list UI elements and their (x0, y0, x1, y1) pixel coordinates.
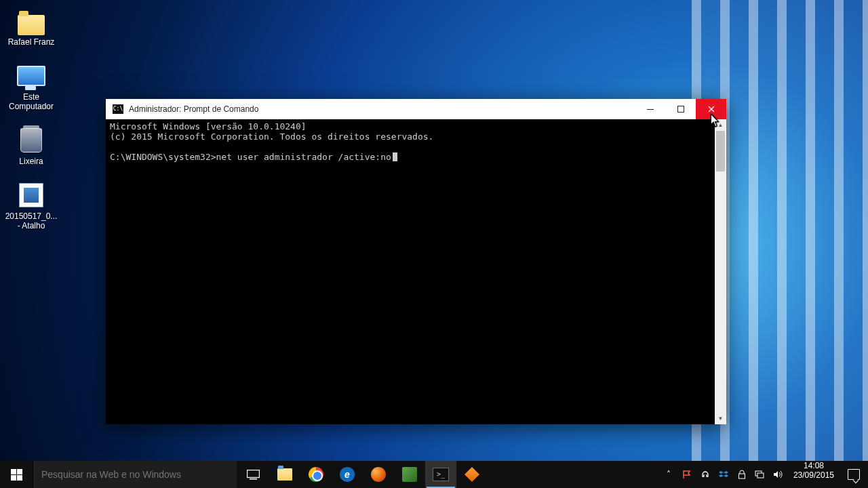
terminal-cursor (393, 152, 397, 161)
maximize-button[interactable] (665, 99, 696, 119)
taskbar: e >_ ˄ 14:08 23/09/2015 (0, 461, 868, 488)
tray-network-icon[interactable] (755, 469, 766, 480)
tray-action-center-flag-icon[interactable] (682, 469, 692, 480)
task-view-button[interactable] (237, 461, 269, 488)
folder-icon (17, 7, 45, 35)
taskbar-app-explorer[interactable] (269, 461, 300, 488)
svg-rect-10 (757, 473, 764, 478)
cmd-icon: >_ (433, 468, 449, 481)
controller-icon (465, 467, 479, 482)
windows-logo-icon (11, 469, 22, 481)
svg-rect-7 (250, 479, 257, 480)
tray-dropbox-icon[interactable] (718, 469, 729, 480)
start-button[interactable] (0, 461, 33, 488)
svg-rect-0 (647, 109, 654, 110)
scroll-up-button[interactable]: ▲ (715, 119, 726, 131)
taskbar-app-cmd[interactable]: >_ (425, 461, 456, 488)
desktop-icon-this-pc[interactable]: Este Computador (4, 62, 58, 111)
image-file-icon (17, 181, 45, 209)
task-view-icon (247, 470, 260, 480)
svg-rect-1 (677, 106, 684, 113)
clock-time: 14:08 (793, 461, 834, 470)
terminal-output[interactable]: Microsoft Windows [versão 10.0.10240] (c… (106, 119, 715, 424)
taskbar-app-edge[interactable]: e (332, 461, 363, 488)
desktop-icon-image-shortcut[interactable]: 20150517_0... - Atalho (4, 181, 58, 230)
cmd-icon: C:\ (113, 104, 123, 114)
vertical-scrollbar[interactable]: ▲ ▼ (715, 119, 726, 424)
svg-rect-8 (738, 474, 745, 479)
svg-rect-2 (11, 469, 16, 474)
svg-rect-3 (17, 469, 22, 474)
svg-rect-5 (17, 475, 22, 481)
notification-icon (848, 469, 860, 480)
minimize-button[interactable] (635, 99, 665, 119)
scrollbar-thumb[interactable] (716, 131, 725, 171)
search-input[interactable] (33, 468, 237, 481)
computer-icon (17, 62, 45, 90)
desktop-icons: Rafael Franz Este Computador Lixeira 201… (4, 7, 65, 245)
svg-rect-4 (11, 475, 16, 481)
window-title: Administrador: Prompt de Comando (129, 104, 635, 114)
close-button[interactable] (696, 99, 726, 119)
tray-volume-icon[interactable] (773, 469, 784, 480)
taskbar-clock[interactable]: 14:08 23/09/2015 (788, 461, 840, 488)
tray-audio-device-icon[interactable] (700, 469, 711, 480)
terminal-line: (c) 2015 Microsoft Corporation. Todos os… (110, 131, 433, 142)
taskbar-app-firefox[interactable] (363, 461, 394, 488)
svg-rect-6 (247, 470, 259, 477)
desktop-icon-label: Lixeira (4, 157, 58, 166)
taskbar-spacer (488, 461, 659, 488)
command-prompt-window[interactable]: C:\ Administrador: Prompt de Comando Mic… (106, 99, 726, 424)
desktop-icon-label: 20150517_0... - Atalho (4, 211, 58, 230)
taskbar-search[interactable] (33, 461, 237, 488)
edge-icon: e (340, 467, 355, 482)
system-tray: ˄ (659, 461, 788, 488)
notification-center-button[interactable] (840, 461, 868, 488)
chrome-icon (309, 467, 323, 482)
terminal-command: net user administrador /active:no (216, 152, 391, 162)
desktop-icon-label: Este Computador (4, 92, 58, 111)
recycle-bin-icon (17, 126, 45, 155)
tray-overflow-button[interactable]: ˄ (663, 469, 674, 480)
firefox-icon (371, 467, 386, 482)
terminal-line: Microsoft Windows [versão 10.0.10240] (110, 121, 307, 131)
terminal-prompt: C:\WINDOWS\system32> (110, 152, 216, 162)
window-titlebar[interactable]: C:\ Administrador: Prompt de Comando (106, 99, 726, 119)
file-explorer-icon (277, 468, 292, 481)
taskbar-app-games[interactable] (456, 461, 488, 488)
desktop-icon-label: Rafael Franz (4, 37, 58, 47)
desktop-icon-recycle-bin[interactable]: Lixeira (4, 126, 58, 166)
tray-security-icon[interactable] (736, 469, 747, 480)
taskbar-app-reader[interactable] (394, 461, 425, 488)
taskbar-app-chrome[interactable] (300, 461, 332, 488)
reader-icon (402, 467, 417, 482)
scroll-down-button[interactable]: ▼ (715, 413, 726, 424)
clock-date: 23/09/2015 (793, 470, 834, 480)
desktop-icon-user-folder[interactable]: Rafael Franz (4, 7, 58, 47)
